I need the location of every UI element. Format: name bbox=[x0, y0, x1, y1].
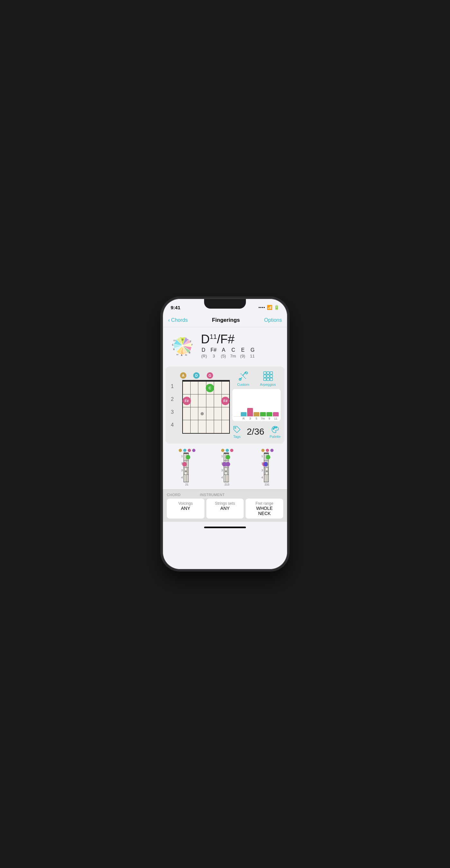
filter-labels: CHORD INSTRUMENT bbox=[167, 493, 283, 497]
sf2-1-4 bbox=[228, 454, 228, 460]
svg-point-13 bbox=[246, 372, 248, 374]
sf2-wrapper: 1 2 3 4 bbox=[222, 453, 229, 482]
svg-rect-22 bbox=[270, 378, 272, 381]
strings-top: Strings sets bbox=[215, 501, 235, 506]
bar-3 bbox=[247, 408, 253, 416]
svg-rect-18 bbox=[267, 375, 269, 377]
small-fingering-2[interactable]: 1 2 3 4 bbox=[206, 449, 245, 487]
small-fingering-1[interactable]: 1 2 3 4 bbox=[165, 449, 204, 487]
phone-screen: 9:41 ▪▪▪▪ 📶 🔋 ‹ Chords Fingerings Option… bbox=[163, 299, 287, 569]
bar-5 bbox=[254, 412, 259, 416]
chord-name: D11/F# bbox=[201, 333, 282, 346]
fret-numbers-left: 1 2 3 4 bbox=[169, 380, 175, 434]
svg-rect-14 bbox=[264, 372, 266, 374]
fret-2-3 bbox=[198, 395, 206, 407]
fret-num-2: 2 bbox=[169, 393, 175, 406]
sf2-fretboard bbox=[224, 453, 228, 482]
label-r: R bbox=[241, 417, 247, 420]
fret-4-6 bbox=[222, 420, 229, 433]
small-dots-3 bbox=[257, 449, 274, 452]
back-button[interactable]: ‹ Chords bbox=[168, 317, 188, 323]
chart-bars bbox=[234, 391, 279, 416]
small-fingerings-section: 1 2 3 4 bbox=[163, 446, 287, 489]
tags-icon bbox=[232, 425, 242, 434]
interval-r: (R) bbox=[201, 353, 207, 359]
sf1-3-2 bbox=[185, 468, 187, 474]
small-fingering-3[interactable]: 1 2 3 4 bbox=[246, 449, 285, 487]
nav-bar: ‹ Chords Fingerings Options bbox=[163, 313, 287, 327]
svg-point-26 bbox=[276, 427, 277, 428]
sf2-2-4 bbox=[228, 461, 228, 467]
sf3-marker-1 bbox=[266, 455, 270, 459]
label-9: 9 bbox=[266, 417, 272, 420]
sf1-row-4 bbox=[184, 475, 188, 482]
sf3-bn-3: 1 bbox=[268, 483, 269, 486]
strings-button[interactable]: Strings sets ANY bbox=[206, 499, 244, 519]
options-button[interactable]: Options bbox=[264, 317, 282, 323]
status-time: 9:41 bbox=[171, 305, 180, 310]
fret-range-button[interactable]: Fret range WHOLE NECK bbox=[246, 499, 283, 519]
sf2-row-2 bbox=[224, 461, 228, 468]
svg-rect-20 bbox=[264, 378, 266, 381]
sf1-bottom-nums: 2 1 bbox=[181, 482, 188, 487]
chord-note-fsharp: F# bbox=[211, 347, 217, 353]
fret-1-6 bbox=[222, 381, 229, 394]
sfn-2-4: 4 bbox=[222, 474, 224, 481]
sdot-3-3 bbox=[270, 449, 274, 452]
marker-fsharp-high: F# bbox=[221, 397, 229, 405]
svg-point-24 bbox=[273, 428, 274, 430]
circle-of-fifths: D Eb E F F# bbox=[168, 331, 197, 360]
fret-1-3 bbox=[198, 381, 206, 394]
tags-count-palette-row: Tags 2/36 bbox=[232, 424, 281, 440]
fret-2-6: F# bbox=[222, 395, 229, 407]
fret-3-4 bbox=[206, 407, 214, 420]
chord-count: 2/36 bbox=[247, 427, 264, 437]
fret-4-5 bbox=[214, 420, 222, 433]
sf1-wrapper: 1 2 3 4 bbox=[181, 453, 189, 482]
instrument-filter-label: INSTRUMENT bbox=[200, 493, 225, 497]
notch bbox=[204, 299, 246, 309]
sdot-2-3 bbox=[230, 449, 233, 452]
voicings-button[interactable]: Voicings ANY bbox=[167, 499, 204, 519]
small-dots-2 bbox=[217, 449, 233, 452]
signal-icon: ▪▪▪▪ bbox=[258, 305, 265, 310]
arpeggios-button[interactable]: Arpeggios bbox=[260, 370, 276, 386]
chord-details: D11/F# D F# A C E G (R) 3 (5) 7m bbox=[201, 333, 282, 359]
sf1-2-4 bbox=[187, 461, 188, 467]
svg-rect-17 bbox=[264, 375, 266, 377]
interval-9: (9) bbox=[239, 353, 246, 359]
palette-button[interactable]: Palette bbox=[270, 425, 281, 438]
voicings-top: Voicings bbox=[179, 501, 193, 506]
custom-button[interactable]: Custom bbox=[237, 370, 250, 386]
sf3-wrapper: 1 2 3 4 bbox=[261, 453, 269, 482]
custom-label: Custom bbox=[237, 382, 250, 386]
bar-11 bbox=[273, 412, 279, 416]
sf2-row-1 bbox=[224, 454, 228, 461]
sdot-1-2 bbox=[183, 449, 186, 452]
sf1-3-4 bbox=[188, 468, 188, 474]
sf2-3-2 bbox=[225, 468, 227, 474]
filter-buttons: Voicings ANY Strings sets ANY Fret range… bbox=[167, 499, 283, 519]
right-panel: Custom bbox=[232, 370, 281, 440]
chord-filter-label: CHORD bbox=[167, 493, 181, 497]
palette-icon bbox=[271, 425, 280, 434]
svg-rect-19 bbox=[270, 375, 272, 377]
sf3-1-4 bbox=[268, 454, 269, 460]
string-dot-g: G bbox=[207, 372, 213, 379]
sf3-row-1 bbox=[264, 454, 268, 461]
icons-row: Custom bbox=[232, 370, 281, 386]
fret-3-5 bbox=[214, 407, 222, 420]
sdot-2-1 bbox=[221, 449, 224, 452]
sf2-3-4 bbox=[228, 468, 228, 474]
sf3-row-4 bbox=[264, 475, 268, 482]
sfn-3-3: 3 bbox=[261, 467, 264, 474]
tags-button[interactable]: Tags bbox=[232, 425, 242, 438]
chord-note-a: A bbox=[221, 347, 226, 353]
tags-label: Tags bbox=[233, 435, 240, 438]
svg-text:A: A bbox=[181, 354, 183, 356]
fret-3-2 bbox=[191, 407, 198, 420]
sf1-row-2 bbox=[184, 461, 188, 468]
sf3-fretboard bbox=[264, 453, 269, 482]
label-7m: 7m bbox=[260, 417, 266, 420]
sf3-2-4 bbox=[268, 461, 269, 467]
